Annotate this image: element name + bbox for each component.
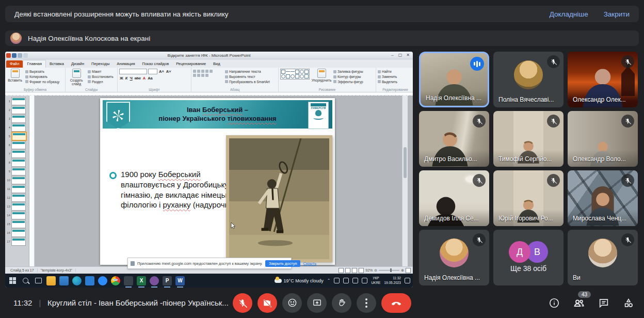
- tab-view: Вид: [210, 60, 224, 68]
- overflow-tile[interactable]: Д В Ще 38 осіб: [493, 230, 564, 285]
- meeting-details-icon[interactable]: [548, 297, 560, 309]
- mic-off-icon: [621, 55, 634, 68]
- camera-toggle-button[interactable]: [257, 293, 277, 313]
- participant-grid: Надія Олексіївна ... Поліна Вячеславі...…: [419, 52, 638, 285]
- avatar: [440, 239, 469, 267]
- hide-notice-link: Скрыть: [303, 261, 316, 266]
- ppt-workspace: 1 2 3 4 5 6 7 8 9 10 11 12 13 14 15 16 1…: [5, 96, 413, 267]
- present-screen-button[interactable]: [307, 293, 327, 313]
- meet-tab-icon: [124, 276, 133, 285]
- mic-toggle-button[interactable]: [233, 293, 252, 313]
- ppt-ribbon: Вставить Вырезать Копировать Формат по о…: [5, 68, 413, 92]
- tab-animations: Анимация: [113, 60, 138, 68]
- slide-thumbnail: 15: [6, 220, 28, 228]
- mic-off-icon: [621, 233, 634, 246]
- maximize-icon: ▢: [396, 52, 404, 58]
- find-button: Найти: [378, 70, 397, 74]
- participant-tile-yurii[interactable]: Юрій Ігорович Ро...: [493, 170, 564, 226]
- ribbon-group-clipboard: Вставить Вырезать Копировать Формат по о…: [5, 68, 66, 92]
- activities-icon[interactable]: [622, 297, 635, 309]
- slide-thumbnail: 17: [6, 237, 28, 246]
- reactions-button[interactable]: [282, 293, 302, 313]
- slideshow-view-icon: [359, 268, 364, 273]
- zoom-level: 92%: [365, 268, 373, 272]
- speaking-indicator-icon: [470, 57, 484, 71]
- overflow-count-label: Ще 38 осіб: [493, 264, 564, 273]
- reset-button: Восстановить: [88, 75, 114, 79]
- university-crest-logo: [106, 102, 130, 129]
- slide-thumbnail: 9: [6, 167, 28, 176]
- participant-tile-polina[interactable]: Поліна Вячеславі...: [493, 52, 564, 107]
- shape-effects-button: Эффекты фигур: [333, 80, 363, 84]
- participant-tile-dmytro[interactable]: Дмитро Васильо...: [419, 111, 489, 167]
- mouse-cursor: [231, 222, 236, 229]
- more-options-button[interactable]: [357, 293, 376, 313]
- tab-file: Файл: [6, 60, 23, 68]
- self-tile[interactable]: Ви: [568, 230, 638, 285]
- chat-icon[interactable]: [598, 297, 610, 309]
- slide-thumbnail: 13: [6, 202, 28, 211]
- start-button-icon: [8, 276, 17, 285]
- participants-icon[interactable]: 43: [573, 297, 585, 309]
- mic-off-icon: [473, 174, 486, 187]
- raise-hand-button[interactable]: [332, 293, 351, 313]
- smartart-button: Преобразовать в SmartArt: [225, 80, 270, 84]
- font-name-box: [119, 69, 147, 74]
- vertical-scrollbar: [402, 96, 408, 267]
- search-icon: [21, 276, 30, 285]
- participant-tile-nadiia-speaking[interactable]: Надія Олексіївна ...: [419, 52, 489, 107]
- cut-button: Вырезать: [25, 70, 59, 74]
- slide-thumbnail-active: 5: [6, 132, 28, 140]
- weather-widget: 19°C Mostly cloudy: [275, 278, 324, 283]
- bold-button: Ж: [119, 76, 124, 81]
- edge-browser-icon: [72, 276, 82, 285]
- ppt-title-bar: Відкрите заняття ІФК - Microsoft PowerPo…: [5, 52, 413, 59]
- minimize-icon: –: [389, 52, 396, 58]
- slide-thumbnail: 1: [6, 97, 28, 105]
- close-icon: ✕: [404, 52, 412, 58]
- participant-count-badge: 43: [578, 291, 591, 298]
- slide-title-banner: Іван Боберський – піонер Українського ті…: [103, 100, 332, 129]
- mail-icon: [59, 276, 69, 285]
- microsoft-store-icon: [85, 276, 94, 285]
- slide-body-text: 1900 року Боберський влаштовується у Дро…: [108, 169, 240, 210]
- participant-tile-oleksandr-v[interactable]: Олександр Воло...: [568, 111, 638, 167]
- participant-tile-tymofii[interactable]: Тимофій Сергійо...: [493, 111, 564, 167]
- action-center-icon: [405, 278, 410, 283]
- participant-tile-nadiia-2[interactable]: Надія Олексіївна ...: [419, 230, 489, 285]
- excel-icon: X: [137, 276, 146, 285]
- zoom-in-icon: ⊕: [401, 268, 404, 273]
- tab-design: Дизайн: [68, 60, 88, 68]
- slide-thumbnail: 4: [6, 123, 28, 132]
- tray-icon: [352, 278, 358, 283]
- align-text-button: Выровнять текст: [225, 75, 270, 79]
- zoom-app-icon: [98, 276, 107, 285]
- tab-slideshow: Показ слайдов: [139, 60, 173, 68]
- participant-tile-oleksandr-o[interactable]: Олександр Олек...: [568, 52, 638, 107]
- chrome-icon: [111, 276, 120, 285]
- presenter-avatar: [10, 33, 22, 44]
- close-toast-link[interactable]: Закрити: [604, 10, 630, 18]
- mic-off-icon: [621, 174, 634, 187]
- slide-thumbnail: 14: [6, 211, 28, 219]
- avatar: [588, 239, 617, 267]
- slide-thumbnail-panel: 1 2 3 4 5 6 7 8 9 10 11 12 13 14 15 16 1…: [5, 96, 29, 267]
- ribbon-group-editing: Найти Заменить Выделить Редактирование: [376, 68, 413, 92]
- text-direction-button: Направление текста: [225, 70, 270, 74]
- zoom-slider: [379, 270, 399, 271]
- language-indicator: УКРUKRE: [371, 276, 380, 284]
- participant-tile-myroslava[interactable]: Мирослава Ченц...: [568, 170, 638, 226]
- details-link[interactable]: Докладніше: [550, 10, 588, 18]
- presenting-banner: Надія Олексіївна Колоскова на екрані: [5, 30, 639, 46]
- slide-counter: Слайд 5 из 17: [7, 268, 38, 272]
- sorter-view-icon: [345, 268, 350, 273]
- leave-call-button[interactable]: [381, 293, 411, 313]
- paste-button: Вставить: [7, 69, 23, 82]
- layout-button: Макет: [88, 70, 114, 74]
- tray-icon: [343, 278, 349, 283]
- participant-tile-demydov[interactable]: Демидов Ілля Се...: [419, 170, 489, 226]
- tab-insert: Вставка: [46, 60, 68, 68]
- tray-expand-icon: ⌃: [327, 278, 331, 283]
- universum-logo: УНІВЕРСУМ: [308, 102, 329, 129]
- overflow-avatar-1: Д: [509, 241, 530, 263]
